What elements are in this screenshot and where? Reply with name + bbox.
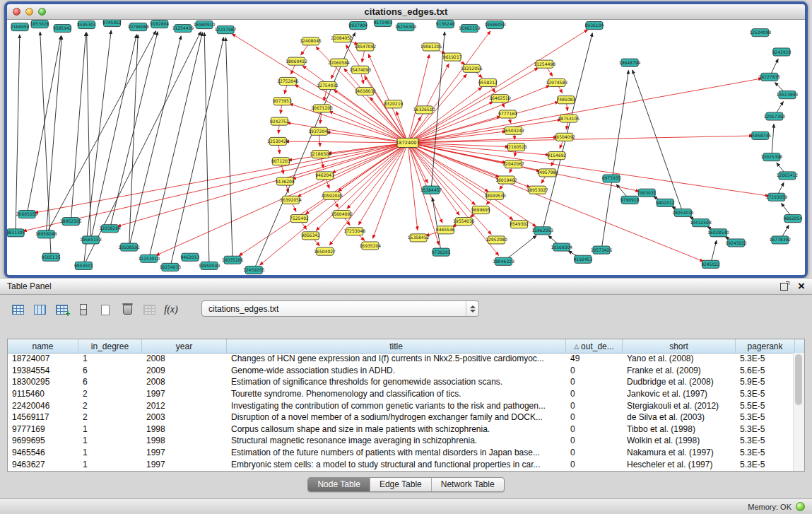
- graph-node[interactable]: 16778392: [770, 236, 792, 244]
- graph-node[interactable]: 22060584: [328, 59, 350, 66]
- graph-node[interactable]: 12752046: [277, 77, 299, 85]
- table-row[interactable]: 1830029562008Estimation of significance …: [8, 376, 794, 388]
- graph-node[interactable]: 11254439: [172, 25, 194, 33]
- graph-node[interactable]: 15958745: [749, 132, 771, 139]
- graph-node[interactable]: 9699695: [471, 206, 490, 214]
- graph-node[interactable]: 16392054: [280, 196, 302, 204]
- graph-edge[interactable]: [46, 36, 61, 234]
- column-header-in-degree[interactable]: in_degree: [78, 339, 142, 353]
- graph-node[interactable]: 9462043: [315, 172, 334, 180]
- graph-node[interactable]: 9462013: [181, 253, 200, 261]
- graph-node[interactable]: 8320219: [384, 100, 404, 108]
- graph-node[interactable]: 9245022: [701, 260, 720, 268]
- graph-node[interactable]: 19950509: [199, 262, 220, 269]
- rows-button[interactable]: [74, 301, 93, 318]
- table-scrollbar[interactable]: [793, 353, 804, 471]
- column-header-pagerank[interactable]: pagerank: [736, 339, 795, 353]
- graph-node[interactable]: 9242920: [772, 48, 791, 56]
- graph-node[interactable]: 9242752: [270, 117, 289, 125]
- column-header-title[interactable]: title: [227, 339, 566, 353]
- table-row[interactable]: 946362711997Embryonic stem cells: a mode…: [8, 458, 794, 470]
- graph-node[interactable]: 14513993: [777, 91, 799, 99]
- column-header-year[interactable]: year: [142, 339, 227, 353]
- graph-node[interactable]: 16960910: [194, 21, 216, 29]
- graph-node[interactable]: 8936104: [585, 22, 604, 30]
- graph-node[interactable]: 9745022: [102, 20, 122, 27]
- graph-node[interactable]: 9953501: [74, 262, 93, 269]
- graph-edge[interactable]: [365, 76, 408, 143]
- graph-node[interactable]: 10796068: [127, 23, 149, 31]
- graph-node[interactable]: 15358452: [408, 234, 430, 242]
- graph-node[interactable]: 7525402: [290, 215, 309, 223]
- graph-edge[interactable]: [286, 141, 408, 143]
- graph-edge[interactable]: [287, 122, 408, 143]
- graph-edge[interactable]: [408, 143, 536, 226]
- graph-edge[interactable]: [40, 32, 52, 257]
- graph-node[interactable]: 17203059: [766, 193, 788, 201]
- graph-node[interactable]: 10592043: [321, 192, 343, 199]
- graph-edge[interactable]: [408, 143, 475, 205]
- table-row[interactable]: 946554611997Estimation of the future num…: [8, 447, 794, 459]
- graph-node[interactable]: 9585942: [53, 25, 72, 33]
- graph-node[interactable]: 9736205: [432, 248, 451, 256]
- graph-node[interactable]: 17253048: [343, 228, 365, 235]
- graph-node[interactable]: 12952080: [486, 236, 507, 244]
- function-builder-button[interactable]: f(x): [162, 301, 180, 318]
- graph-edge[interactable]: [35, 143, 408, 213]
- graph-node[interactable]: 16256304: [395, 23, 417, 31]
- graph-node[interactable]: 16035206: [222, 256, 244, 264]
- graph-edge[interactable]: [772, 124, 774, 158]
- network-window-titlebar[interactable]: citations_edges.txt: [7, 4, 805, 20]
- graph-node[interactable]: 9558212: [478, 78, 498, 86]
- new-table-button[interactable]: [96, 301, 114, 318]
- graph-node[interactable]: 12504098: [749, 29, 771, 37]
- graph-node[interactable]: 16504092: [554, 133, 576, 141]
- graph-node[interactable]: 9182804: [150, 21, 169, 28]
- graph-node[interactable]: 16503243: [502, 127, 524, 134]
- table-selector[interactable]: citations_edges.txt: [201, 300, 479, 317]
- graph-node[interactable]: 8071203: [271, 158, 290, 165]
- graph-edge[interactable]: [408, 143, 418, 230]
- graph-node[interactable]: 12065412: [777, 172, 799, 180]
- graph-node[interactable]: 7903031: [637, 189, 657, 197]
- graph-node[interactable]: 16504027: [314, 247, 336, 255]
- graph-node[interactable]: 16935204: [360, 242, 382, 250]
- graph-edge[interactable]: [433, 198, 441, 252]
- graph-edge[interactable]: [71, 33, 86, 221]
- graph-node[interactable]: 12186504: [310, 151, 331, 158]
- graph-edge[interactable]: [408, 54, 429, 143]
- graph-node[interactable]: 12160520: [505, 143, 527, 151]
- graph-node[interactable]: 9572403: [373, 20, 392, 27]
- graph-node[interactable]: 1853028: [30, 21, 49, 28]
- graph-edge[interactable]: [408, 78, 762, 143]
- graph-node[interactable]: 15604092: [331, 210, 353, 218]
- graph-node[interactable]: 8595304: [77, 21, 96, 29]
- graph-edge[interactable]: [27, 36, 61, 214]
- graph-node[interactable]: 15474093: [349, 66, 371, 74]
- graph-node[interactable]: 9862054: [784, 215, 803, 223]
- graph-node[interactable]: 9402012: [656, 199, 675, 206]
- graph-node[interactable]: 18046329: [493, 257, 514, 265]
- graph-node[interactable]: 18254033: [160, 263, 182, 271]
- graph-node[interactable]: 13212056: [461, 64, 483, 72]
- graph-node[interactable]: 9619217: [443, 53, 462, 61]
- close-panel-icon[interactable]: ×: [798, 282, 805, 291]
- graph-node[interactable]: 11254498: [534, 60, 555, 68]
- graph-node[interactable]: 11253010: [138, 255, 160, 262]
- graph-node[interactable]: 15384457: [420, 186, 442, 194]
- graph-node[interactable]: 12530426: [267, 137, 289, 145]
- graph-node[interactable]: 19245022: [725, 239, 747, 247]
- graph-node[interactable]: 9192453: [574, 255, 593, 263]
- graph-edge[interactable]: [239, 143, 408, 256]
- edit-columns-button[interactable]: [52, 301, 71, 318]
- table-row[interactable]: 911546021997Tourette syndrome. Phenomeno…: [8, 388, 794, 400]
- graph-edge[interactable]: [87, 33, 91, 240]
- graph-edge[interactable]: [149, 33, 203, 259]
- graph-node[interactable]: 9465546: [436, 226, 455, 234]
- graph-node[interactable]: 10432508: [690, 219, 712, 227]
- graph-node[interactable]: 6973935: [602, 175, 621, 182]
- graph-node[interactable]: 14957984: [536, 169, 558, 177]
- table-row[interactable]: 1938455462009Genome-wide association stu…: [8, 365, 794, 377]
- graph-node[interactable]: 2166059: [11, 23, 30, 31]
- network-view-window[interactable]: citations_edges.txt 18724007216605918530…: [4, 1, 808, 278]
